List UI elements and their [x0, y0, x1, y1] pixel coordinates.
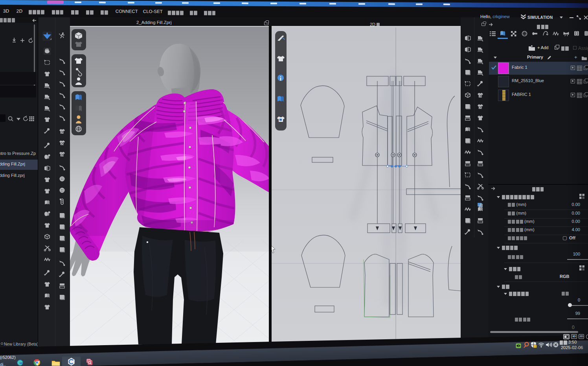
svg-text:!: ! — [535, 345, 535, 348]
